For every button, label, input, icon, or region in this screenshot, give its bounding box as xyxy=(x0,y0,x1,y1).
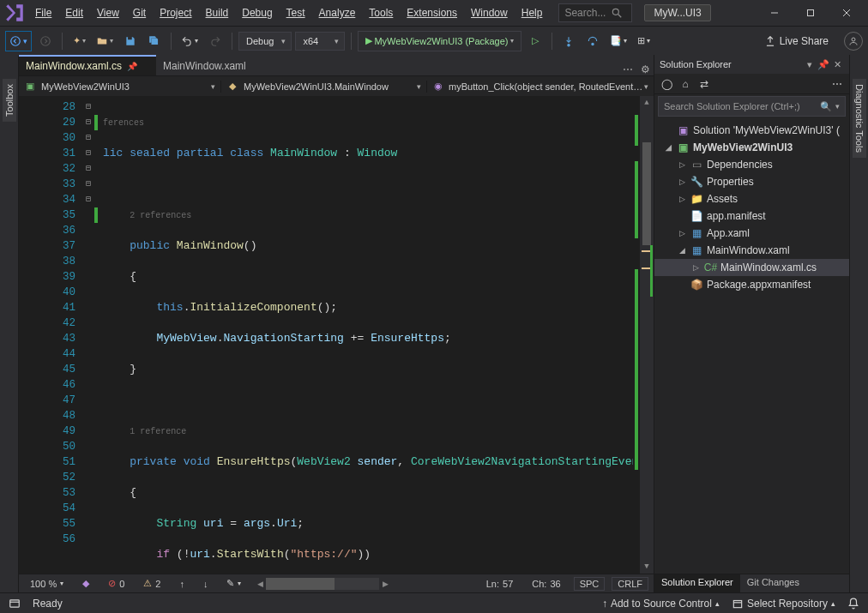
nav-member-combo[interactable]: ◉ myButton_Click(object sender, RoutedEv… xyxy=(427,81,654,93)
menu-tools[interactable]: Tools xyxy=(363,3,399,22)
menu-analyze[interactable]: Analyze xyxy=(313,3,362,22)
autohide-pin-icon[interactable]: 📌 xyxy=(817,59,830,70)
live-share-button[interactable]: Live Share xyxy=(757,35,835,47)
redo-button[interactable] xyxy=(205,31,226,51)
select-repo-button[interactable]: Select Repository ▴ xyxy=(732,598,835,610)
overflow-icon[interactable]: ⋯ xyxy=(829,75,846,93)
window-position-icon[interactable]: ▾ xyxy=(803,59,817,70)
add-source-control-button[interactable]: ↑ Add to Source Control ▴ xyxy=(602,598,720,610)
close-window-button[interactable] xyxy=(829,0,865,26)
toolbox-tab[interactable]: Toolbox xyxy=(0,55,19,592)
menu-build[interactable]: Build xyxy=(200,3,235,22)
project-pill[interactable]: MyW...UI3 xyxy=(644,4,710,21)
solution-explorer-search[interactable]: Search Solution Explorer (Ctrl+;) 🔍 ▾ xyxy=(658,96,846,117)
csharp-icon: ▣ xyxy=(24,81,36,93)
tab-mainwindow-cs[interactable]: MainWindow.xaml.cs 📌 ✕ xyxy=(19,55,156,75)
tab-mainwindow-xaml[interactable]: MainWindow.xaml ✕ xyxy=(156,55,265,75)
open-file-button[interactable]: ▾ xyxy=(93,31,117,51)
caret-line: Ln: 57 xyxy=(480,578,520,590)
code-editor[interactable]: 2829303132333435363738394041424344454647… xyxy=(19,96,654,574)
config-combo[interactable]: Debug xyxy=(238,32,292,51)
prev-issue-button[interactable]: ↑ xyxy=(173,578,190,590)
menu-edit[interactable]: Edit xyxy=(59,3,89,22)
tree-node-appmanifest[interactable]: 📄app.manifest xyxy=(654,207,849,225)
svg-rect-13 xyxy=(733,600,741,607)
warning-count[interactable]: ⚠ 2 xyxy=(137,577,166,590)
window-controls xyxy=(756,0,865,26)
main-toolbar: ▾ ✦▾ ▾ ▾ Debug x64 ▶ MyWebView2WinUI3 (P… xyxy=(0,26,868,55)
tree-node-mainxaml[interactable]: ◢▦MainWindow.xaml xyxy=(654,242,849,259)
highlighter-icon[interactable]: ✎▾ xyxy=(220,577,247,590)
platform-combo[interactable]: x64 xyxy=(295,32,345,51)
find-button[interactable]: ⊞▾ xyxy=(634,31,654,51)
menu-view[interactable]: View xyxy=(91,3,125,22)
tree-node-package[interactable]: 📦Package.appxmanifest xyxy=(654,276,849,293)
nav-fwd-button[interactable] xyxy=(35,31,56,51)
undo-button[interactable]: ▾ xyxy=(178,31,202,51)
step-into-button[interactable] xyxy=(558,31,579,51)
issues-button[interactable]: ◆ xyxy=(76,577,95,590)
diagnostic-tools-tab[interactable]: Diagnostic Tools xyxy=(849,55,868,592)
menu-help[interactable]: Help xyxy=(515,3,549,22)
step-over-button[interactable] xyxy=(582,31,603,51)
save-button[interactable] xyxy=(120,31,141,51)
right-panel-tabs: Solution Explorer Git Changes xyxy=(654,574,849,592)
close-panel-icon[interactable]: ✕ xyxy=(830,59,844,70)
start-debug-button[interactable]: ▶ MyWebView2WinUI3 (Package) ▾ xyxy=(358,31,521,51)
tab-git-changes[interactable]: Git Changes xyxy=(740,574,806,592)
start-no-debug-button[interactable]: ▷ xyxy=(525,31,546,51)
tree-node-mainxaml-cs[interactable]: ▷C#MainWindow.xaml.cs xyxy=(654,259,849,276)
tab-gear-icon[interactable]: ⚙ xyxy=(636,63,654,75)
error-count[interactable]: ⊘ 0 xyxy=(102,577,130,590)
editor-status-bar: 100 % ▾ ◆ ⊘ 0 ⚠ 2 ↑ ↓ ✎▾ ◀▶ Ln: 57 Ch: 3… xyxy=(19,574,654,592)
nav-back-button[interactable]: ▾ xyxy=(5,31,32,51)
browse-button[interactable]: 📑▾ xyxy=(606,31,630,51)
tree-node-properties[interactable]: ▷🔧Properties xyxy=(654,173,849,190)
refresh-icon[interactable] xyxy=(714,75,827,93)
caret-col: Ch: 36 xyxy=(526,578,566,590)
menu-window[interactable]: Window xyxy=(465,3,514,22)
menu-project[interactable]: Project xyxy=(154,3,197,22)
sync-icon[interactable]: ⇄ xyxy=(696,75,713,93)
horizontal-scrollbar[interactable]: ◀▶ xyxy=(254,578,391,590)
save-all-button[interactable] xyxy=(144,31,165,51)
editor-column: MainWindow.xaml.cs 📌 ✕ MainWindow.xaml ✕… xyxy=(19,55,654,592)
main-menu: File Edit View Git Project Build Debug T… xyxy=(29,3,548,22)
svg-rect-3 xyxy=(808,10,814,16)
tree-node-solution[interactable]: ▣Solution 'MyWebView2WinUI3' ( xyxy=(654,122,849,139)
tree-node-assets[interactable]: ▷📁Assets xyxy=(654,190,849,207)
pin-icon[interactable]: 📌 xyxy=(127,62,137,71)
account-icon[interactable] xyxy=(844,32,863,51)
maximize-button[interactable] xyxy=(793,0,829,26)
back-icon[interactable]: ◯ xyxy=(658,75,675,93)
tree-node-project[interactable]: ◢▣MyWebView2WinUI3 xyxy=(654,139,849,156)
minimize-button[interactable] xyxy=(756,0,793,26)
nav-project-combo[interactable]: ▣ MyWebView2WinUI3 xyxy=(19,81,221,93)
new-item-button[interactable]: ✦▾ xyxy=(69,31,89,51)
status-bar: Ready ↑ Add to Source Control ▴ Select R… xyxy=(0,592,868,613)
menu-test[interactable]: Test xyxy=(280,3,311,22)
title-search-box[interactable]: Search... xyxy=(558,3,632,22)
zoom-combo[interactable]: 100 % ▾ xyxy=(24,578,69,590)
menu-git[interactable]: Git xyxy=(127,3,152,22)
home-icon[interactable]: ⌂ xyxy=(677,75,694,93)
svg-point-10 xyxy=(852,38,855,41)
menu-extensions[interactable]: Extensions xyxy=(401,3,463,22)
vertical-scrollbar[interactable]: ▲ ▼ xyxy=(640,96,654,574)
tab-solution-explorer[interactable]: Solution Explorer xyxy=(654,574,740,592)
notifications-icon[interactable] xyxy=(847,598,859,610)
indent-mode[interactable]: SPC xyxy=(574,577,606,591)
menu-debug[interactable]: Debug xyxy=(236,3,278,22)
next-issue-button[interactable]: ↓ xyxy=(197,578,214,590)
eol-mode[interactable]: CRLF xyxy=(612,577,648,591)
tree-node-appxaml[interactable]: ▷▦App.xaml xyxy=(654,225,849,242)
output-icon[interactable] xyxy=(9,598,21,610)
nav-class-combo[interactable]: ◆ MyWebView2WinUI3.MainWindow xyxy=(221,81,427,93)
search-placeholder: Search... xyxy=(564,7,606,19)
tab-overflow-button[interactable]: ⋯ xyxy=(619,63,636,75)
tree-node-dependencies[interactable]: ▷▭Dependencies xyxy=(654,156,849,173)
solution-tree[interactable]: ▣Solution 'MyWebView2WinUI3' ( ◢▣MyWebVi… xyxy=(654,118,849,574)
menu-file[interactable]: File xyxy=(29,3,57,22)
svg-line-1 xyxy=(618,15,622,18)
vs-logo-icon xyxy=(3,2,26,24)
